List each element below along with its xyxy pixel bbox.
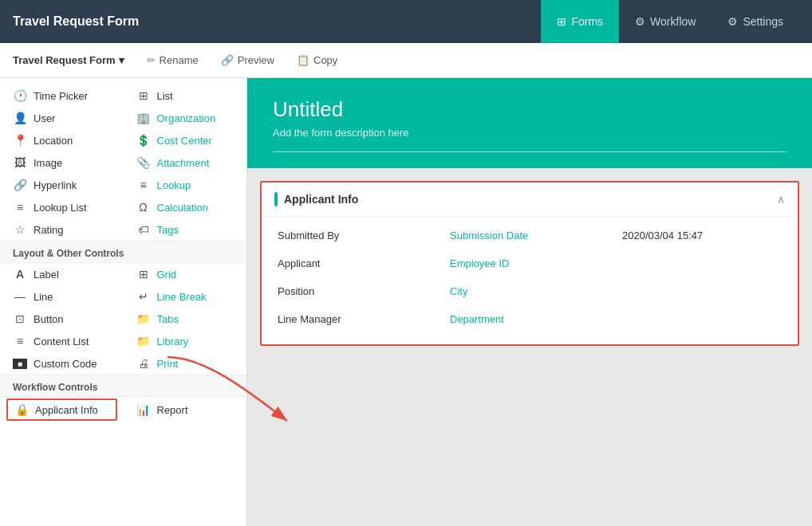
sidebar-item-line[interactable]: — Line	[0, 285, 124, 308]
main-layout: 🕐 Time Picker ⊞ List 👤 User 🏢 Organizati…	[0, 78, 812, 526]
settings-icon: ⚙	[727, 15, 738, 28]
layout-section-header: Layout & Other Controls	[0, 241, 246, 263]
attachment-label: Attachment	[157, 157, 235, 169]
grid-icon: ⊞	[136, 268, 151, 281]
copy-button[interactable]: 📋 Copy	[287, 50, 347, 70]
fields-row-1: Submitted By Submission Date 2020/03/04 …	[278, 230, 782, 241]
form-title-dropdown[interactable]: Travel Request Form ▾	[13, 54, 124, 66]
sidebar-item-content-list[interactable]: ≡ Content List	[0, 330, 124, 352]
lookup-list-label: Lookup List	[34, 202, 111, 214]
form-banner-description: Add the form description here	[273, 127, 786, 139]
applicant-info-icon: 🔒	[14, 403, 29, 416]
field-submitted-by: Submitted By	[278, 230, 437, 241]
sidebar-item-tags[interactable]: 🏷 Tags	[124, 218, 247, 241]
tags-label: Tags	[157, 224, 235, 236]
button-label: Button	[34, 313, 111, 325]
form-banner-title: Untitled	[273, 97, 786, 122]
lookup-label: Lookup	[157, 179, 235, 191]
top-nav: Travel Request Form ⊞ Forms ⚙ Workflow ⚙…	[0, 0, 812, 43]
report-label: Report	[157, 404, 235, 416]
field-applicant: Applicant	[278, 257, 437, 269]
workflow-icon: ⚙	[635, 15, 645, 28]
submission-date-label: Submission Date	[450, 230, 609, 241]
fields-row-2: Applicant Employee ID	[278, 257, 782, 269]
sidebar-workflow-items: 🔒 Applicant Info 📊 Report	[0, 397, 246, 422]
tab-settings[interactable]: ⚙ Settings	[711, 0, 799, 43]
rename-label: Rename	[160, 54, 199, 66]
tabs-icon: 📁	[136, 312, 151, 325]
sidebar-item-lookup[interactable]: ≡ Lookup	[124, 174, 247, 196]
sidebar-item-calculation[interactable]: Ω Calculation	[124, 196, 247, 218]
applicant-info-label: Applicant Info	[35, 404, 109, 416]
field-employee-id: Employee ID	[450, 257, 609, 269]
sidebar-item-image[interactable]: 🖼 Image	[0, 151, 124, 174]
content-list-icon: ≡	[13, 335, 27, 347]
rename-button[interactable]: ✏ Rename	[137, 50, 208, 70]
employee-id-label: Employee ID	[450, 257, 609, 269]
line-icon: —	[13, 290, 27, 303]
sidebar-item-hyperlink[interactable]: 🔗 Hyperlink	[0, 174, 124, 196]
rating-icon: ☆	[13, 223, 27, 236]
tab-settings-label: Settings	[743, 15, 783, 28]
lookup-icon: ≡	[136, 179, 151, 191]
sidebar-item-tabs[interactable]: 📁 Tabs	[124, 308, 247, 330]
field-empty-1	[622, 257, 782, 269]
section-accent	[274, 192, 278, 206]
tab-workflow[interactable]: ⚙ Workflow	[619, 0, 711, 43]
dropdown-icon: ▾	[119, 54, 124, 66]
custom-code-label: Custom Code	[34, 358, 111, 370]
sidebar-item-list[interactable]: ⊞ List	[124, 84, 247, 107]
line-break-label: Line Break	[157, 291, 235, 303]
sidebar-item-grid[interactable]: ⊞ Grid	[124, 263, 247, 285]
sidebar-item-button[interactable]: ⊡ Button	[0, 308, 124, 330]
sidebar-item-line-break[interactable]: ↵ Line Break	[124, 285, 247, 308]
sidebar-item-cost-center[interactable]: 💲 Cost Center	[124, 129, 247, 151]
organization-label: Organization	[157, 112, 235, 124]
sidebar-item-custom-code[interactable]: ■ Custom Code	[0, 352, 124, 375]
sidebar-item-rating[interactable]: ☆ Rating	[0, 218, 124, 241]
content-list-label: Content List	[34, 336, 111, 347]
report-icon: 📊	[136, 403, 151, 416]
grid-label: Grid	[157, 269, 235, 281]
user-icon: 👤	[13, 112, 27, 124]
sidebar-item-report[interactable]: 📊 Report	[124, 397, 247, 422]
field-line-manager: Line Manager	[278, 313, 437, 325]
form-banner: Untitled Add the form description here	[247, 78, 812, 168]
sidebar-item-time-picker[interactable]: 🕐 Time Picker	[0, 84, 124, 107]
copy-label: Copy	[313, 54, 337, 66]
applicant-label: Applicant	[278, 257, 437, 269]
line-break-icon: ↵	[136, 290, 151, 303]
print-label: Print	[157, 358, 235, 370]
sidebar-item-lookup-list[interactable]: ≡ Lookup List	[0, 196, 124, 218]
content-area: Untitled Add the form description here A…	[247, 78, 812, 526]
collapse-icon[interactable]: ∧	[777, 193, 785, 206]
tab-forms-label: Forms	[571, 15, 603, 28]
form-section: Applicant Info ∧ Submitted By Submission…	[260, 181, 799, 346]
tab-workflow-label: Workflow	[650, 15, 696, 28]
tab-forms[interactable]: ⊞ Forms	[541, 0, 619, 43]
time-picker-icon: 🕐	[13, 89, 27, 102]
sidebar-item-organization[interactable]: 🏢 Organization	[124, 107, 247, 129]
sidebar: 🕐 Time Picker ⊞ List 👤 User 🏢 Organizati…	[0, 78, 247, 526]
sidebar-item-label[interactable]: A Label	[0, 263, 124, 285]
field-empty-3	[622, 313, 782, 325]
hyperlink-icon: 🔗	[13, 179, 27, 191]
label-label: Label	[34, 269, 111, 281]
button-icon: ⊡	[13, 312, 27, 325]
sidebar-item-library[interactable]: 📁 Library	[124, 330, 247, 352]
sidebar-item-print[interactable]: 🖨 Print	[124, 352, 247, 375]
form-section-header: Applicant Info ∧	[262, 183, 798, 217]
calculation-label: Calculation	[157, 202, 235, 214]
preview-button[interactable]: 🔗 Preview	[211, 50, 284, 70]
nav-tabs: ⊞ Forms ⚙ Workflow ⚙ Settings	[541, 0, 799, 43]
image-icon: 🖼	[13, 156, 27, 169]
sidebar-item-user[interactable]: 👤 User	[0, 107, 124, 129]
sidebar-item-attachment[interactable]: 📎 Attachment	[124, 151, 247, 174]
form-fields-container: Submitted By Submission Date 2020/03/04 …	[262, 217, 798, 344]
form-section-title-bar: Applicant Info	[274, 192, 358, 206]
field-position: Position	[278, 285, 437, 297]
hyperlink-label: Hyperlink	[34, 179, 111, 191]
sidebar-item-applicant-info[interactable]: 🔒 Applicant Info	[6, 398, 117, 421]
sidebar-item-location[interactable]: 📍 Location	[0, 129, 124, 151]
form-section-label: Applicant Info	[284, 193, 358, 206]
